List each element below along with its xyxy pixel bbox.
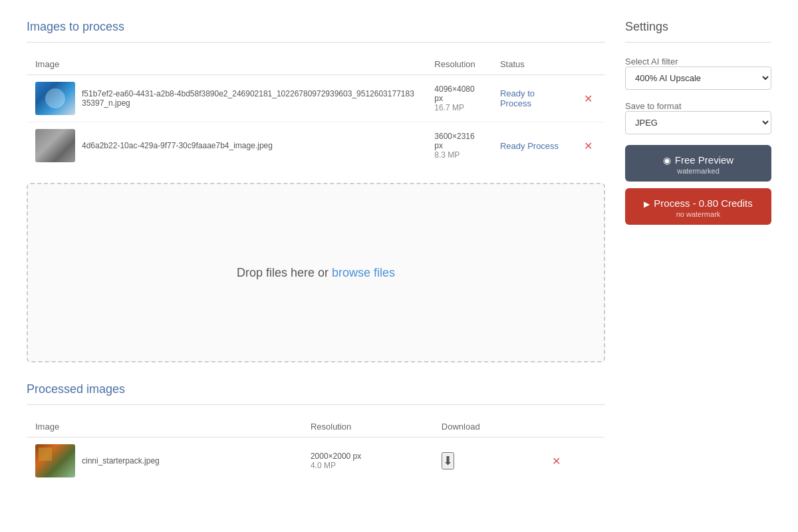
resolution-px: 3600×2316 px (434, 132, 484, 150)
images-table-head: Image Resolution Status (27, 54, 605, 75)
processed-images-section: Processed images Image Resolution Downlo… (27, 382, 605, 485)
filename: f51b7ef2-ea60-4431-a2b8-4bd58f3890e2_246… (82, 89, 418, 108)
remove-button[interactable]: ✕ (548, 454, 565, 469)
table-row: cinni_starterpack.jpeg 2000×2000 px 4.0 … (27, 438, 605, 485)
resolution-cell: 4096×4080 px 16.7 MP (434, 84, 484, 112)
thumbnail (35, 444, 75, 477)
preview-btn-label: Free Preview (675, 154, 733, 166)
process-btn-subtitle: no watermark (676, 210, 721, 218)
main-content: Images to process Image Resolution Statu… (27, 20, 605, 485)
filter-label: Select AI filter (625, 57, 678, 66)
process-btn-label: Process - 0.80 Credits (654, 198, 752, 209)
settings-title: Settings (625, 20, 771, 34)
filename: cinni_starterpack.jpeg (82, 456, 160, 466)
processed-table-head: Image Resolution Download (27, 416, 605, 438)
resolution-mp: 16.7 MP (434, 103, 484, 112)
browse-files-link[interactable]: browse files (332, 266, 395, 279)
images-to-process-section: Images to process Image Resolution Statu… (27, 20, 605, 362)
format-label: Save to format (625, 101, 682, 111)
table-row: f51b7ef2-ea60-4431-a2b8-4bd58f3890e2_246… (27, 75, 605, 122)
free-preview-button[interactable]: Free Preview watermarked (625, 145, 771, 182)
proc-col-image: Image (27, 416, 303, 438)
thumbnail (35, 129, 75, 162)
dropzone-text: Drop files here or browse files (237, 266, 395, 280)
col-header-resolution: Resolution (426, 54, 492, 75)
status-cell: Ready to Process (492, 75, 572, 122)
settings-divider (625, 42, 771, 43)
images-table-body: f51b7ef2-ea60-4431-a2b8-4bd58f3890e2_246… (27, 75, 605, 170)
process-button[interactable]: Process - 0.80 Credits no watermark (625, 188, 771, 225)
play-icon (644, 198, 650, 209)
eye-icon (663, 154, 671, 166)
table-row: 4d6a2b22-10ac-429a-9f77-30c9faaae7b4_ima… (27, 122, 605, 170)
resolution-px: 4096×4080 px (434, 84, 484, 103)
status-cell: Ready Process (492, 122, 572, 170)
ai-filter-select[interactable]: 400% AI Upscale 200% AI Upscale Denoise … (625, 66, 771, 90)
processed-table-body: cinni_starterpack.jpeg 2000×2000 px 4.0 … (27, 438, 605, 485)
resolution-cell: 3600×2316 px 8.3 MP (434, 132, 484, 160)
resolution-mp: 4.0 MP (311, 461, 426, 470)
resolution-cell: 2000×2000 px 4.0 MP (311, 452, 426, 470)
dropzone[interactable]: Drop files here or browse files (27, 183, 605, 362)
col-header-image: Image (27, 54, 427, 75)
format-select[interactable]: JPEG PNG WEBP (625, 111, 771, 134)
section-divider (27, 42, 605, 43)
processed-section-divider (27, 404, 605, 405)
processed-section-title: Processed images (27, 382, 605, 396)
img-cell: 4d6a2b22-10ac-429a-9f77-30c9faaae7b4_ima… (35, 129, 418, 162)
thumbnail (35, 82, 75, 115)
settings-sidebar: Settings Select AI filter 400% AI Upscal… (625, 20, 771, 485)
images-section-title: Images to process (27, 20, 605, 34)
resolution-mp: 8.3 MP (434, 150, 484, 160)
remove-button[interactable]: ✕ (580, 138, 597, 154)
img-cell: f51b7ef2-ea60-4431-a2b8-4bd58f3890e2_246… (35, 82, 418, 115)
proc-col-resolution: Resolution (303, 416, 434, 438)
proc-col-download: Download (434, 416, 541, 438)
img-cell: cinni_starterpack.jpeg (35, 444, 295, 477)
col-header-status: Status (492, 54, 572, 75)
processed-table: Image Resolution Download cinni_starterp… (27, 416, 605, 485)
filename: 4d6a2b22-10ac-429a-9f77-30c9faaae7b4_ima… (82, 141, 273, 150)
resolution-px: 2000×2000 px (311, 452, 426, 461)
preview-btn-subtitle: watermarked (677, 167, 720, 175)
download-button[interactable]: ⬇ (442, 452, 454, 469)
remove-button[interactable]: ✕ (580, 91, 597, 106)
images-table: Image Resolution Status f51b7ef2-ea60-44… (27, 53, 605, 170)
